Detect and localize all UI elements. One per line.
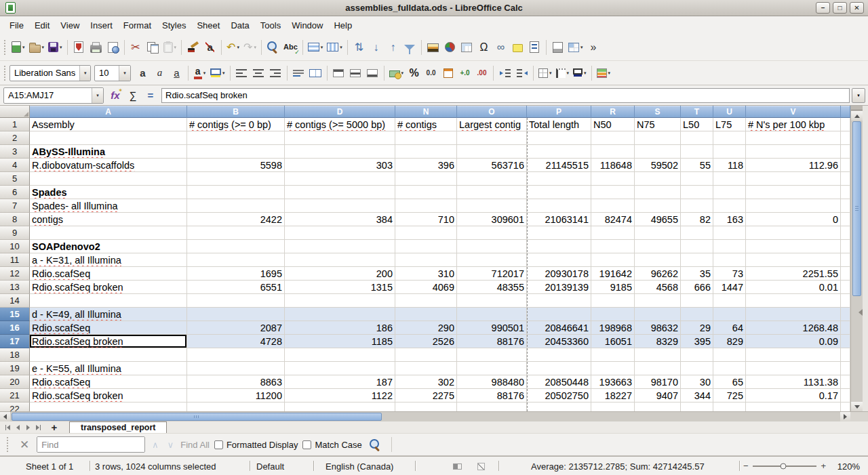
cell-D8[interactable]: 384 <box>285 213 395 226</box>
paste-dropdown[interactable]: ▾ <box>174 45 177 50</box>
cell-A22[interactable] <box>30 402 187 411</box>
open-dropdown[interactable]: ▾ <box>42 45 45 50</box>
cell-U19[interactable] <box>713 362 746 375</box>
cell-B4[interactable]: 5598 <box>187 159 285 172</box>
cell-A3[interactable]: ABySS-Illumina <box>30 145 187 159</box>
cell-P5[interactable] <box>527 172 591 186</box>
cell-A10[interactable]: SOAPdenovo2 <box>30 240 187 253</box>
cell-T16[interactable]: 29 <box>681 321 713 335</box>
toolbar-grip[interactable] <box>7 437 8 452</box>
italic-button[interactable]: a <box>151 64 168 83</box>
cell-S15[interactable] <box>635 308 681 321</box>
cell-N13[interactable]: 4069 <box>395 281 457 294</box>
name-box[interactable]: A15:AMJ17 ▾ <box>3 87 104 104</box>
cell-B11[interactable] <box>187 253 285 267</box>
cell-B9[interactable] <box>187 226 285 240</box>
pivot-table-button[interactable] <box>458 38 475 57</box>
cell-R20[interactable]: 193663 <box>591 375 635 389</box>
cell-P6[interactable] <box>527 186 591 199</box>
function-wizard-button[interactable]: fx✶ <box>106 89 124 101</box>
cell-R3[interactable] <box>591 145 635 159</box>
align-bottom-button[interactable] <box>364 64 381 83</box>
cell-P19[interactable] <box>527 362 591 375</box>
minimize-button[interactable]: – <box>816 2 830 14</box>
decrease-indent-button[interactable] <box>513 64 530 83</box>
find-and-replace-button[interactable] <box>367 435 384 454</box>
percent-button[interactable]: % <box>406 64 422 83</box>
row-header-1[interactable]: 1 <box>0 118 30 131</box>
cell-D19[interactable] <box>285 362 395 375</box>
column-header-B[interactable]: B <box>187 106 285 118</box>
column-header-N[interactable]: N <box>395 106 457 118</box>
cell-B22[interactable] <box>187 402 285 411</box>
column-header-A[interactable]: A <box>30 106 187 118</box>
print-area-button[interactable] <box>549 38 566 57</box>
row-header-22[interactable]: 22 <box>0 402 30 411</box>
cell-N16[interactable]: 290 <box>395 321 457 335</box>
cell-D15[interactable] <box>285 308 395 321</box>
highlighting-color-dropdown[interactable]: ▾ <box>222 70 225 76</box>
previous-sheet-button[interactable] <box>13 421 23 433</box>
cell-V20[interactable]: 1131.38 <box>746 375 841 389</box>
column-header-R[interactable]: R <box>591 106 635 118</box>
copy-button[interactable] <box>144 38 161 57</box>
select-all-corner[interactable] <box>0 106 30 118</box>
scroll-right-button[interactable] <box>840 412 850 421</box>
cell-O2[interactable] <box>457 131 527 145</box>
cell-N21[interactable]: 2275 <box>395 389 457 402</box>
row-header-19[interactable]: 19 <box>0 362 30 375</box>
cell-U4[interactable]: 118 <box>713 159 746 172</box>
font-color-dropdown[interactable]: ▾ <box>203 70 206 76</box>
close-button[interactable]: ✕ <box>850 2 864 14</box>
cell-O11[interactable] <box>457 253 527 267</box>
cell-N20[interactable]: 302 <box>395 375 457 389</box>
column-header-D[interactable]: D <box>285 106 395 118</box>
cell-D21[interactable]: 1122 <box>285 389 395 402</box>
cell-T19[interactable] <box>681 362 713 375</box>
select-function-button[interactable]: ∑ <box>124 89 142 101</box>
spelling-button[interactable]: Abc✓ <box>281 38 300 57</box>
cell-O10[interactable] <box>457 240 527 253</box>
cell-T2[interactable] <box>681 131 713 145</box>
cell-R18[interactable] <box>591 348 635 362</box>
zoom-level[interactable]: 120% <box>837 461 860 471</box>
cell-A18[interactable] <box>30 348 187 362</box>
overflow-button[interactable]: » <box>585 38 601 57</box>
chevron-down-icon[interactable]: ▾ <box>92 88 103 103</box>
cell-A12[interactable]: Rdio.scafSeq <box>30 267 187 281</box>
new-document-button[interactable]: ▾ <box>9 38 27 57</box>
cell-R4[interactable]: 118648 <box>591 159 635 172</box>
cell-U8[interactable]: 163 <box>713 213 746 226</box>
cell-P16[interactable]: 20846641 <box>527 321 591 335</box>
cell-A19[interactable]: e - K=55, all Illumina <box>30 362 187 375</box>
cell-T9[interactable] <box>681 226 713 240</box>
cell-D16[interactable]: 186 <box>285 321 395 335</box>
cell-R6[interactable] <box>591 186 635 199</box>
row-header-9[interactable]: 9 <box>0 226 30 240</box>
cell-R1[interactable]: N50 <box>591 118 635 131</box>
row-header-8[interactable]: 8 <box>0 213 30 226</box>
cell-U14[interactable] <box>713 294 746 308</box>
row-header-6[interactable]: 6 <box>0 186 30 199</box>
cell-T5[interactable] <box>681 172 713 186</box>
cell-S14[interactable] <box>635 294 681 308</box>
cell-A15[interactable]: d - K=49, all Illumina <box>30 308 187 321</box>
cell-U6[interactable] <box>713 186 746 199</box>
cell-V3[interactable] <box>746 145 841 159</box>
cell-N2[interactable] <box>395 131 457 145</box>
cell-T6[interactable] <box>681 186 713 199</box>
cell-P11[interactable] <box>527 253 591 267</box>
cell-T7[interactable] <box>681 199 713 213</box>
cell-R2[interactable] <box>591 131 635 145</box>
selection-statistics[interactable]: Average: 2135712.2785; Sum: 42714245.57 <box>531 461 705 471</box>
cell-V9[interactable] <box>746 226 841 240</box>
cell-U9[interactable] <box>713 226 746 240</box>
cell-S12[interactable]: 96262 <box>635 267 681 281</box>
split-window-handle[interactable] <box>851 106 863 110</box>
cell-S11[interactable] <box>635 253 681 267</box>
cell-A13[interactable]: Rdio.scafSeq broken <box>30 281 187 294</box>
headers-footers-button[interactable] <box>526 38 543 57</box>
find-all-button[interactable]: Find All <box>180 440 210 450</box>
clear-formatting-button[interactable]: a <box>201 38 218 57</box>
menu-window[interactable]: Window <box>286 18 328 33</box>
